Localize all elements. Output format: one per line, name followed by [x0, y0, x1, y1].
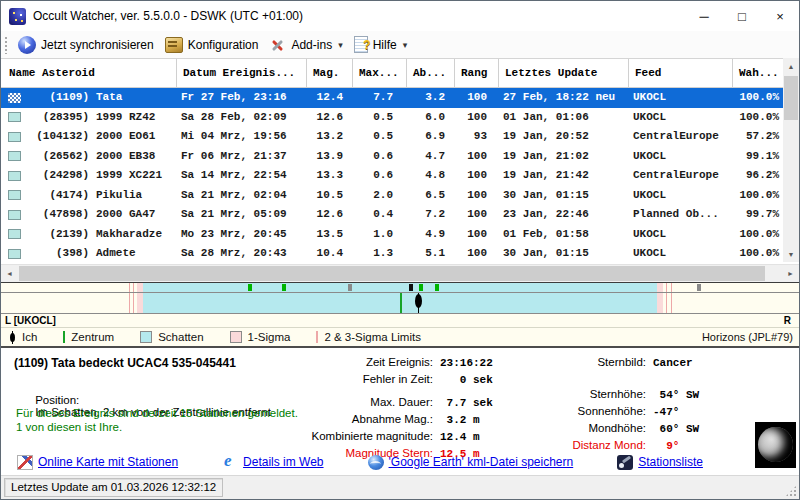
Tata[interactable]: (1109)Tata Fr 27 Feb, 23:16 12.4 7.7 3.2… [1, 88, 785, 108]
cell-mag: 10.5 [307, 186, 353, 206]
help-icon [354, 36, 368, 53]
cell-wah: 100.0% [733, 244, 785, 264]
cell-update: 30 Jan, 01:15 [499, 244, 629, 264]
detail-label: Distanz Mond: [539, 437, 646, 453]
cell-rang: 100 [455, 88, 499, 108]
cell-datum: Mo 23 Mrz, 20:45 [177, 225, 307, 245]
column-header-wah[interactable]: Wah... [733, 59, 785, 87]
scroll-up-icon[interactable]: ▲ [783, 58, 799, 74]
detail-value: 9° [653, 438, 679, 454]
event-table: (1109)Tata Fr 27 Feb, 23:16 12.4 7.7 3.2… [1, 88, 799, 264]
link-icon [222, 455, 238, 470]
horizontal-scroll-thumb[interactable] [19, 266, 765, 281]
column-header-name[interactable]: Name Asteroid [1, 59, 177, 87]
2000 GA47[interactable]: (47898)2000 GA47 Sa 21 Mrz, 05:09 12.6 0… [1, 205, 785, 225]
column-header-ab[interactable]: Ab... [407, 59, 455, 87]
detail-value: 54° SW [653, 387, 699, 403]
column-header-update[interactable]: Letztes Update [499, 59, 629, 87]
2000 EO61[interactable]: (104132)2000 EO61 Mi 04 Mrz, 19:56 13.2 … [1, 127, 785, 147]
detail-field: Sternhöhe: 54° SW [539, 386, 789, 403]
cell-max: 0.5 [353, 127, 407, 147]
link-icon [617, 455, 633, 470]
cell-ab: 3.2 [407, 88, 455, 108]
cell-update: 23 Jan, 22:46 [499, 205, 629, 225]
sigma23-limit-line [133, 283, 134, 313]
toolbar: Jetzt synchronisieren Konfiguration Add-… [1, 31, 799, 59]
cell-update: 01 Feb, 01:58 [499, 225, 629, 245]
resize-grip-icon[interactable] [785, 485, 797, 497]
scroll-left-icon[interactable]: ◄ [1, 265, 18, 282]
Makharadze[interactable]: (2139)Makharadze Mo 23 Mrz, 20:45 13.5 1… [1, 225, 785, 245]
cell-ab: 4.8 [407, 166, 455, 186]
Pikulia[interactable]: (4174)Pikulia Sa 21 Mrz, 02:04 10.5 2.0 … [1, 186, 785, 206]
detail-label: Magnitude Stern: [271, 445, 433, 461]
station-list-link[interactable]: Stationsliste [617, 455, 703, 470]
addins-menu-button[interactable]: Add-ins ▾ [265, 35, 349, 55]
detail-label: Kombinierte magnitude: [271, 428, 433, 444]
detail-field: Zeit Ereignis: 23:16:22 [271, 354, 533, 371]
configuration-label: Konfiguration [188, 38, 259, 52]
close-button[interactable]: × [761, 1, 799, 31]
event-type-icon [8, 249, 21, 259]
help-menu-button[interactable]: Hilfe ▾ [350, 34, 415, 55]
cell-max: 2.0 [353, 186, 407, 206]
moon-icon [758, 427, 793, 462]
sigma1-band-right [657, 283, 664, 313]
maximize-button[interactable]: □ [723, 1, 761, 31]
column-header-rang[interactable]: Rang [455, 59, 499, 87]
sigma1-swatch-icon [230, 331, 242, 343]
detail-label: Sternhöhe: [539, 386, 646, 402]
cell-feed: UKOCL [629, 88, 733, 108]
column-header-mag[interactable]: Mag. [307, 59, 353, 87]
event-type-icon [8, 132, 21, 142]
vertical-scroll-thumb[interactable] [784, 76, 798, 120]
minimize-button[interactable]: ─ [685, 1, 723, 31]
scroll-right-icon[interactable]: ► [782, 265, 799, 282]
column-header-max[interactable]: Max... [353, 59, 407, 87]
occultation-path-strip[interactable] [1, 282, 799, 314]
cell-mag: 13.5 [307, 225, 353, 245]
cell-datum: Fr 27 Feb, 23:16 [177, 88, 307, 108]
1999 XC221[interactable]: (24298)1999 XC221 Sa 14 Mrz, 22:54 13.3 … [1, 166, 785, 186]
legend-schatten: Schatten [140, 331, 203, 343]
1999 RZ42[interactable]: (28395)1999 RZ42 Sa 28 Feb, 02:09 12.6 0… [1, 108, 785, 128]
cell-feed: UKOCL [629, 225, 733, 245]
configuration-button[interactable]: Konfiguration [161, 35, 266, 55]
cell-datum: Sa 14 Mrz, 22:54 [177, 166, 307, 186]
detail-value: 12.4 m [440, 429, 480, 445]
cell-mag: 13.9 [307, 147, 353, 167]
cell-datum: Sa 28 Mrz, 20:43 [177, 244, 307, 264]
column-header-feed[interactable]: Feed [629, 59, 733, 87]
online-map-link[interactable]: Online Karte mit Stationen [17, 455, 178, 470]
cell-feed: UKOCL [629, 244, 733, 264]
cell-ab: 6.5 [407, 186, 455, 206]
cell-rang: 100 [455, 147, 499, 167]
strip-right-label: R [784, 315, 791, 326]
sync-now-button[interactable]: Jetzt synchronisieren [14, 34, 161, 56]
vertical-scrollbar[interactable]: ▲ ▼ [783, 58, 799, 262]
2000 EB38[interactable]: (26562)2000 EB38 Fr 06 Mrz, 21:37 13.9 0… [1, 147, 785, 167]
horizontal-scrollbar[interactable]: ◄ ► [1, 264, 799, 282]
detail-value: 23:16:22 [440, 355, 493, 371]
cell-ab: 7.2 [407, 205, 455, 225]
station-tick [435, 284, 439, 291]
cell-rang: 93 [455, 127, 499, 147]
toolbar-grip[interactable] [4, 36, 8, 54]
event-type-icon [8, 151, 21, 161]
column-header-datum[interactable]: Datum Ereignis... [177, 59, 307, 87]
event-details-panel: (1109) Tata bedeckt UCAC4 535-045441 Pos… [1, 348, 799, 449]
cell-ab: 6.0 [407, 108, 455, 128]
cell-update: 19 Jan, 21:42 [499, 166, 629, 186]
event-type-icon [8, 112, 21, 122]
center-line [400, 293, 402, 313]
cell-name: (24298)1999 XC221 [27, 166, 177, 186]
tools-icon [269, 37, 286, 53]
Admete[interactable]: (398)Admete Sa 28 Mrz, 20:43 10.4 1.3 5.… [1, 244, 785, 264]
detail-field: Mondhöhe: 60° SW [539, 420, 789, 437]
detail-label: Max. Dauer: [271, 394, 433, 410]
titlebar: Occult Watcher, ver. 5.5.0.0 - DSWK (UTC… [1, 1, 799, 31]
cell-feed: CentralEurope [629, 127, 733, 147]
my-station-pin-icon [9, 331, 16, 344]
event-type-icon [8, 171, 21, 181]
scroll-down-icon[interactable]: ▼ [783, 246, 799, 262]
